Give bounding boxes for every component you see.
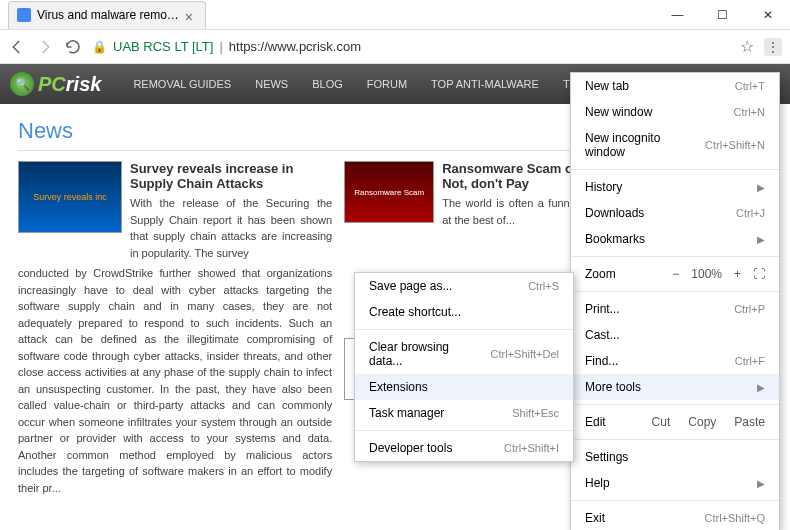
close-tab-icon[interactable]: × [185, 9, 197, 21]
chevron-right-icon: ▶ [757, 182, 765, 193]
nav-news[interactable]: NEWS [243, 78, 300, 90]
section-title: News [18, 118, 606, 151]
menu-new-window[interactable]: New windowCtrl+N [571, 99, 779, 125]
window-titlebar: Virus and malware remo… × — ☐ ✕ [0, 0, 790, 30]
logo-risk: risk [66, 73, 102, 95]
close-button[interactable]: ✕ [745, 0, 790, 30]
menu-separator [571, 256, 779, 257]
menu-incognito[interactable]: New incognito windowCtrl+Shift+N [571, 125, 779, 165]
url-input[interactable]: 🔒 UAB RCS LT [LT] | https://www.pcrisk.c… [92, 39, 730, 54]
menu-separator [571, 169, 779, 170]
reload-icon[interactable] [64, 38, 82, 56]
chrome-main-menu: New tabCtrl+T New windowCtrl+N New incog… [570, 72, 780, 530]
more-tools-submenu: Save page as...Ctrl+S Create shortcut...… [354, 272, 574, 462]
tab-title: Virus and malware remo… [37, 8, 179, 22]
submenu-clear-data[interactable]: Clear browsing data...Ctrl+Shift+Del [355, 334, 573, 374]
article-supply-chain: Survey reveals inc Survey reveals increa… [18, 161, 332, 496]
submenu-developer-tools[interactable]: Developer toolsCtrl+Shift+I [355, 435, 573, 461]
menu-new-tab[interactable]: New tabCtrl+T [571, 73, 779, 99]
bookmark-star-icon[interactable]: ☆ [740, 37, 754, 56]
zoom-out-button[interactable]: − [672, 267, 679, 281]
zoom-label: Zoom [585, 267, 616, 281]
url-text: https://www.pcrisk.com [229, 39, 361, 54]
nav-top-anti-malware[interactable]: TOP ANTI-MALWARE [419, 78, 551, 90]
menu-separator [355, 430, 573, 431]
menu-separator [571, 404, 779, 405]
tab-favicon [17, 8, 31, 22]
menu-zoom-row: Zoom − 100% + ⛶ [571, 261, 779, 287]
minimize-button[interactable]: — [655, 0, 700, 30]
browser-tab[interactable]: Virus and malware remo… × [8, 1, 206, 29]
edit-label: Edit [585, 415, 606, 429]
article-body: conducted by CrowdStrike further showed … [18, 265, 332, 496]
maximize-button[interactable]: ☐ [700, 0, 745, 30]
zoom-in-button[interactable]: + [734, 267, 741, 281]
submenu-save-page[interactable]: Save page as...Ctrl+S [355, 273, 573, 299]
nav-removal-guides[interactable]: REMOVAL GUIDES [121, 78, 243, 90]
chevron-right-icon: ▶ [757, 234, 765, 245]
submenu-extensions[interactable]: Extensions [355, 374, 573, 400]
lock-icon: 🔒 [92, 40, 107, 54]
submenu-create-shortcut[interactable]: Create shortcut... [355, 299, 573, 325]
window-controls: — ☐ ✕ [655, 0, 790, 30]
forward-icon[interactable] [36, 38, 54, 56]
menu-history[interactable]: History▶ [571, 174, 779, 200]
menu-downloads[interactable]: DownloadsCtrl+J [571, 200, 779, 226]
fullscreen-icon[interactable]: ⛶ [753, 267, 765, 281]
menu-bookmarks[interactable]: Bookmarks▶ [571, 226, 779, 252]
zoom-value: 100% [691, 267, 722, 281]
menu-more-tools[interactable]: More tools▶ [571, 374, 779, 400]
article-ransomware: Ransomware Scam Ransomware Scam or Not, … [344, 161, 606, 228]
menu-separator [571, 291, 779, 292]
menu-separator [355, 329, 573, 330]
nav-forum[interactable]: FORUM [355, 78, 419, 90]
menu-help[interactable]: Help▶ [571, 470, 779, 496]
menu-print[interactable]: Print...Ctrl+P [571, 296, 779, 322]
chevron-right-icon: ▶ [757, 382, 765, 393]
article-lead: With the release of the Securing the Sup… [130, 195, 332, 261]
menu-separator [571, 439, 779, 440]
chevron-right-icon: ▶ [757, 478, 765, 489]
submenu-task-manager[interactable]: Task managerShift+Esc [355, 400, 573, 426]
menu-settings[interactable]: Settings [571, 444, 779, 470]
menu-edit-row: Edit Cut Copy Paste [571, 409, 779, 435]
menu-find[interactable]: Find...Ctrl+F [571, 348, 779, 374]
paste-button[interactable]: Paste [734, 415, 765, 429]
copy-button[interactable]: Copy [688, 415, 716, 429]
menu-separator [571, 500, 779, 501]
address-bar: 🔒 UAB RCS LT [LT] | https://www.pcrisk.c… [0, 30, 790, 64]
article-thumb[interactable]: Survey reveals inc [18, 161, 122, 233]
menu-cast[interactable]: Cast... [571, 322, 779, 348]
article-title[interactable]: Survey reveals increase in Supply Chain … [130, 161, 332, 191]
browser-menu-button[interactable]: ⋮ [764, 38, 782, 56]
logo-pc: PC [38, 73, 66, 95]
url-secure-label: UAB RCS LT [LT] [113, 39, 213, 54]
site-logo[interactable]: 🔍 PCrisk [10, 72, 101, 96]
menu-exit[interactable]: ExitCtrl+Shift+Q [571, 505, 779, 530]
magnifier-icon: 🔍 [10, 72, 34, 96]
article-thumb[interactable]: Ransomware Scam [344, 161, 434, 223]
cut-button[interactable]: Cut [652, 415, 671, 429]
nav-blog[interactable]: BLOG [300, 78, 355, 90]
back-icon[interactable] [8, 38, 26, 56]
